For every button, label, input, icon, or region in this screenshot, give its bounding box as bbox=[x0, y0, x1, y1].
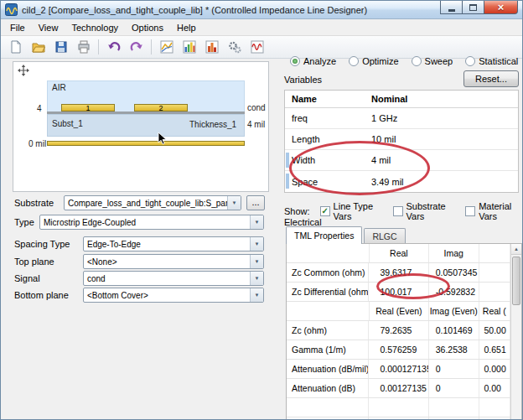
checkbox-line-type-vars[interactable]: Line Type Vars bbox=[320, 201, 383, 221]
close-icon bbox=[498, 2, 505, 13]
variable-name: Length bbox=[285, 134, 365, 144]
header-real-odd: Real ( bbox=[479, 302, 510, 320]
property-imag: 0 bbox=[429, 360, 479, 378]
bottom-plane-label: Bottom plane bbox=[14, 290, 83, 300]
property-extra: 0.651 bbox=[479, 340, 510, 359]
top-plane-select[interactable]: <None> bbox=[83, 254, 264, 269]
scrollbar-thumb[interactable] bbox=[512, 257, 520, 305]
radio-analyze[interactable]: Analyze bbox=[290, 56, 336, 66]
radio-statistical[interactable]: Statistical bbox=[465, 56, 518, 66]
radio-analyze-label: Analyze bbox=[303, 56, 336, 66]
chevron-down-icon bbox=[250, 272, 263, 285]
save-icon[interactable] bbox=[50, 37, 71, 57]
property-name: Zc Differential (ohm) bbox=[287, 283, 369, 301]
menu-help[interactable]: Help bbox=[170, 20, 203, 35]
checkbox-label: Material Vars bbox=[479, 201, 522, 221]
variable-row-length[interactable]: Length 10 mil bbox=[285, 129, 518, 150]
column-header-nominal: Nominal bbox=[365, 94, 518, 104]
property-imag: 0.101469 bbox=[429, 321, 479, 340]
redo-icon[interactable] bbox=[126, 37, 147, 57]
property-extra: 0.000 bbox=[479, 360, 510, 378]
signal-select[interactable]: cond bbox=[83, 271, 264, 286]
variables-table: Name Nominal freq 1 GHz Length 10 mil Wi… bbox=[284, 90, 519, 193]
radio-statistical-label: Statistical bbox=[479, 56, 518, 66]
histogram-icon[interactable] bbox=[201, 37, 222, 57]
checkbox-substrate-vars[interactable]: Substrate Vars bbox=[393, 201, 456, 221]
window-controls bbox=[441, 1, 518, 14]
variable-row-space[interactable]: Space 3.49 mil bbox=[285, 171, 518, 192]
type-label: Type bbox=[14, 217, 39, 227]
variable-nominal[interactable]: 4 mil bbox=[365, 155, 518, 165]
substrate-label: Substrate bbox=[14, 198, 64, 208]
spacing-type-label: Spacing Type bbox=[14, 239, 83, 249]
variable-nominal[interactable]: 1 GHz bbox=[365, 113, 518, 123]
variables-header: Name Nominal bbox=[285, 91, 518, 108]
checkbox-icon bbox=[320, 206, 330, 216]
menu-bar: File View Technology Options Help bbox=[1, 19, 522, 36]
tab-rlgc[interactable]: RLGC bbox=[364, 228, 405, 244]
variable-name: freq bbox=[285, 113, 365, 123]
variable-nominal[interactable]: 3.49 mil bbox=[365, 177, 518, 187]
close-button[interactable] bbox=[484, 1, 518, 14]
bar-chart-icon[interactable] bbox=[179, 37, 199, 57]
radio-sweep[interactable]: Sweep bbox=[412, 56, 453, 66]
table-header-common: Real Imag bbox=[287, 244, 510, 263]
menu-file[interactable]: File bbox=[3, 20, 32, 35]
bottom-plane-select[interactable]: <Bottom Cover> bbox=[83, 288, 264, 303]
minimize-button[interactable] bbox=[440, 1, 463, 14]
maximize-button[interactable] bbox=[462, 1, 484, 14]
chevron-down-icon bbox=[250, 215, 263, 229]
tab-tml-properties[interactable]: TML Properties bbox=[286, 226, 362, 244]
bottom-cover[interactable] bbox=[47, 141, 245, 146]
waveform-icon[interactable] bbox=[246, 37, 267, 57]
new-document-icon[interactable] bbox=[5, 37, 26, 57]
substrate-select[interactable]: Compare_loss_and_tight_couple_lib:S_para… bbox=[64, 195, 241, 210]
property-imag: -0.592832 bbox=[429, 283, 479, 301]
chevron-down-icon bbox=[250, 255, 263, 268]
cond-layer-label: cond bbox=[247, 103, 266, 112]
property-real: 100.017 bbox=[369, 283, 428, 301]
chevron-down-icon bbox=[227, 196, 241, 210]
xy-plot-icon[interactable] bbox=[156, 37, 177, 57]
print-icon[interactable] bbox=[73, 37, 94, 57]
variable-row-width[interactable]: Width 4 mil bbox=[285, 150, 518, 171]
menu-view[interactable]: View bbox=[32, 20, 65, 35]
settings-gears-icon[interactable] bbox=[224, 37, 245, 57]
variable-row-freq[interactable]: freq 1 GHz bbox=[285, 108, 518, 129]
thickness-value-label: 4 mil bbox=[247, 120, 265, 129]
property-extra: 50.00 bbox=[479, 321, 510, 340]
substrate-browse-button[interactable]: ... bbox=[246, 195, 265, 210]
substrate-row: Substrate Compare_loss_and_tight_couple_… bbox=[14, 195, 269, 210]
column-header-name: Name bbox=[285, 94, 365, 104]
signal-label: Signal bbox=[14, 273, 83, 283]
signal-row: Signal cond bbox=[14, 271, 264, 286]
radio-optimize[interactable]: Optimize bbox=[349, 56, 398, 66]
property-extra: 0.00 bbox=[479, 379, 510, 397]
analysis-mode-group: Analyze Optimize Sweep Statistical bbox=[290, 56, 518, 66]
menu-options[interactable]: Options bbox=[125, 20, 170, 35]
property-real: 39.6317 bbox=[369, 263, 428, 282]
vertical-scrollbar[interactable] bbox=[510, 244, 521, 420]
height-label: 4 bbox=[37, 104, 42, 113]
header-extra bbox=[479, 244, 510, 262]
row-attenuation-db: Attenuation (dB) 0.00127135 0 0.00 bbox=[287, 379, 510, 398]
checkbox-material-vars[interactable]: Material Vars bbox=[465, 201, 522, 221]
open-icon[interactable] bbox=[28, 37, 49, 57]
substrate-value: Compare_loss_and_tight_couple_lib:S_para… bbox=[65, 199, 227, 208]
scroll-up-icon[interactable] bbox=[511, 244, 521, 255]
trace-2[interactable]: 2 bbox=[134, 104, 188, 111]
undo-icon[interactable] bbox=[103, 37, 124, 57]
chevron-down-icon bbox=[250, 288, 263, 302]
signal-value: cond bbox=[84, 274, 250, 283]
property-name: Zc Common (ohm) bbox=[287, 263, 369, 282]
trace-1[interactable]: 1 bbox=[61, 104, 115, 111]
variable-nominal[interactable]: 10 mil bbox=[365, 134, 518, 144]
type-select[interactable]: Microstrip Edge-Coupled bbox=[39, 215, 264, 230]
menu-technology[interactable]: Technology bbox=[65, 20, 125, 35]
reset-button[interactable]: Reset... bbox=[463, 70, 519, 87]
property-real: 79.2635 bbox=[369, 321, 428, 340]
radio-icon bbox=[349, 56, 359, 66]
radio-icon bbox=[412, 56, 422, 66]
spacing-type-select[interactable]: Edge-To-Edge bbox=[83, 236, 264, 251]
cross-section-canvas[interactable]: AIR 1 2 cond 4 Subst_1 Thickness_1 4 mil… bbox=[13, 61, 269, 192]
